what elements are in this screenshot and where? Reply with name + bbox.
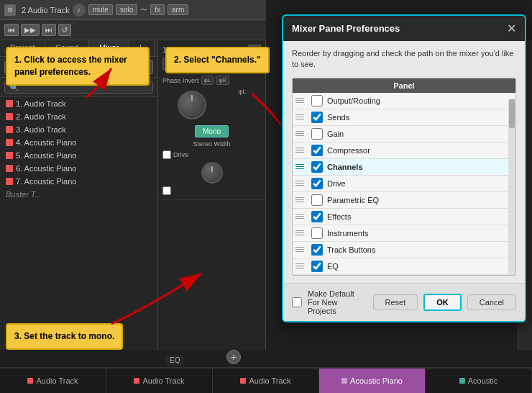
label-parametric-eq: Parametric EQ [327, 196, 515, 204]
reset-button[interactable]: Reset [373, 294, 418, 310]
scrollbar-thumb[interactable] [509, 99, 515, 128]
cancel-button[interactable]: Cancel [467, 294, 516, 310]
checkbox-instruments[interactable] [311, 227, 323, 239]
label-effects: Effects [327, 212, 515, 221]
modal-footer: Make Default For New Projects Reset OK C… [283, 283, 525, 321]
modal-overlay: Mixer Panel Preferences ✕ Reorder by dra… [0, 0, 532, 393]
drag-handle[interactable] [293, 131, 307, 136]
checkbox-compressor[interactable] [311, 145, 323, 156]
label-eq: EQ [327, 262, 515, 271]
checkbox-sends[interactable] [311, 112, 323, 123]
panel-scrollbar[interactable] [508, 99, 515, 275]
label-sends: Sends [327, 113, 515, 122]
drag-handle[interactable] [293, 247, 307, 252]
row-track-buttons: Track Buttons [293, 242, 515, 258]
label-drive: Drive [327, 179, 515, 188]
label-track-buttons: Track Buttons [327, 245, 515, 254]
row-gain: Gain [293, 126, 515, 143]
checkbox-gain[interactable] [311, 128, 323, 140]
checkbox-drive[interactable] [311, 178, 323, 189]
mixer-preferences-dialog: Mixer Panel Preferences ✕ Reorder by dra… [282, 14, 526, 322]
panel-list: Panel Output/Routing Sends [292, 78, 516, 276]
drag-handle[interactable] [293, 114, 307, 119]
checkbox-channels[interactable] [311, 161, 323, 173]
drag-handle[interactable] [293, 197, 307, 202]
row-parametric-eq: Parametric EQ [293, 192, 515, 209]
row-sends: Sends [293, 109, 515, 126]
ok-button[interactable]: OK [423, 294, 462, 311]
row-instruments: Instruments [293, 225, 515, 242]
make-default-checkbox[interactable] [292, 297, 302, 307]
drag-handle[interactable] [293, 230, 307, 235]
checkbox-parametric-eq[interactable] [311, 194, 323, 206]
label-instruments: Instruments [327, 229, 515, 238]
make-default-label: Make Default For New Projects [308, 289, 367, 315]
label-output-routing: Output/Routing [327, 96, 515, 105]
label-gain: Gain [327, 130, 515, 138]
modal-close-button[interactable]: ✕ [507, 22, 516, 35]
checkbox-track-buttons[interactable] [311, 244, 323, 256]
checkbox-output-routing[interactable] [311, 95, 323, 107]
drag-handle[interactable] [293, 263, 307, 268]
drag-handle[interactable] [293, 98, 307, 103]
row-effects: Effects [293, 209, 515, 225]
drag-handle[interactable] [293, 148, 307, 153]
modal-body: Reorder by dragging and check the path o… [283, 41, 525, 283]
label-channels: Channels [327, 163, 515, 171]
drag-handle[interactable] [293, 181, 307, 186]
modal-description: Reorder by dragging and check the path o… [292, 48, 516, 71]
panel-list-header: Panel [293, 78, 515, 93]
row-channels: Channels [293, 159, 515, 176]
row-compressor: Compressor [293, 143, 515, 159]
modal-header: Mixer Panel Preferences ✕ [283, 16, 525, 41]
checkbox-eq[interactable] [311, 261, 323, 272]
checkbox-effects[interactable] [311, 211, 323, 222]
drag-handle[interactable] [293, 214, 307, 219]
row-drive: Drive [293, 176, 515, 192]
drag-handle[interactable] [293, 164, 307, 169]
row-eq: EQ [293, 258, 515, 275]
modal-title: Mixer Panel Preferences [292, 23, 400, 34]
label-compressor: Compressor [327, 146, 515, 155]
row-output-routing: Output/Routing [293, 93, 515, 109]
